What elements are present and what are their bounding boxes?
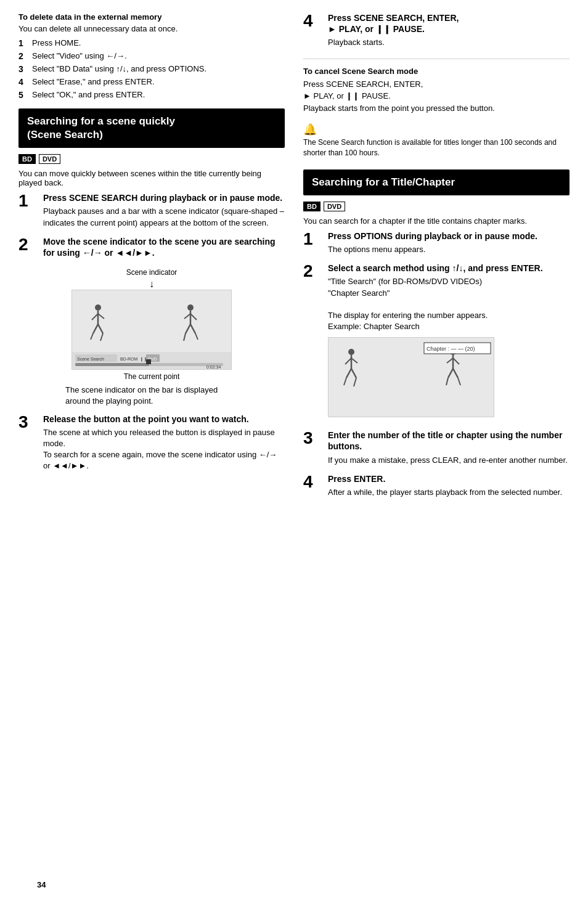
title-chapter-intro: You can search for a chapter if the titl…	[303, 216, 570, 226]
scene-step-2: 2 Move the scene indicator to the scene …	[18, 236, 285, 261]
scene-step-3: 3 Release the button at the point you wa…	[18, 414, 285, 472]
step-body: Playback pauses and a bar with a scene i…	[43, 206, 285, 228]
diagram-label-top: Scene indicator	[65, 268, 238, 277]
step-header: Select a search method using ↑/↓, and pr…	[328, 263, 570, 274]
scene-search-badges: BD DVD	[18, 154, 285, 164]
title-chapter-title: Searching for a Title/Chapter	[312, 176, 561, 189]
step-body: If you make a mistake, press CLEAR, and …	[328, 455, 570, 466]
svg-rect-26	[146, 359, 151, 364]
step-body: Playback starts.	[328, 37, 570, 48]
step-text: Select "OK," and press ENTER.	[32, 90, 285, 99]
step-number: 1	[303, 231, 323, 248]
tc-step-4: 4 Press ENTER. After a while, the player…	[303, 473, 570, 498]
step-num: 4	[18, 77, 30, 87]
title-chapter-box: Searching for a Title/Chapter	[303, 169, 570, 195]
svg-point-29	[348, 349, 354, 355]
title-chapter-badges: BD DVD	[303, 202, 570, 211]
step-content: Press SCENE SEARCH during playback or in…	[43, 192, 285, 229]
step-header: Press ENTER.	[328, 473, 570, 484]
bd-badge: BD	[18, 154, 36, 164]
step-body: The scene at which you released the butt…	[43, 427, 285, 472]
divider	[303, 59, 570, 59]
page-number: 34	[37, 880, 46, 889]
step-content: Press OPTIONS during playback or in paus…	[328, 231, 570, 255]
delete-title: To delete data in the external memory	[18, 12, 285, 22]
scene-diagram: Scene indicator ↓	[65, 268, 238, 407]
svg-text:BD-ROM: BD-ROM	[120, 357, 138, 361]
dvd-badge: DVD	[39, 154, 60, 164]
step-body: After a while, the player starts playbac…	[328, 487, 570, 498]
diagram-image: Scene Search BD-ROM ❙❙ DVD	[71, 290, 232, 370]
scene-step-1: 1 Press SCENE SEARCH during playback or …	[18, 192, 285, 229]
delete-step-1: 1 Press HOME.	[18, 38, 285, 48]
step-content: Select a search method using ↑/↓, and pr…	[328, 263, 570, 422]
svg-point-9	[187, 304, 194, 311]
note-icon: 🔔	[303, 123, 570, 136]
delete-step-5: 5 Select "OK," and press ENTER.	[18, 90, 285, 100]
svg-text:Chapter : — — (20): Chapter : — — (20)	[427, 346, 475, 352]
step-body: The options menu appears.	[328, 244, 570, 255]
delete-step-4: 4 Select "Erase," and press ENTER.	[18, 77, 285, 87]
scene-search-title: Searching for a scene quickly (Scene Sea…	[27, 115, 276, 142]
delete-intro: You can delete all unnecessary data at o…	[18, 24, 285, 33]
step-text: Press HOME.	[32, 38, 285, 47]
step-number: 3	[303, 430, 323, 447]
svg-point-1	[95, 304, 101, 311]
tc-step-3: 3 Enter the number of the title or chapt…	[303, 430, 570, 466]
step-number: 1	[18, 192, 38, 210]
step-number: 3	[18, 414, 38, 431]
step-text: Select "BD Data" using ↑/↓, and press OP…	[32, 64, 285, 73]
cancel-section: To cancel Scene Search mode Press SCENE …	[303, 67, 570, 115]
note-text: The Scene Search function is available f…	[303, 137, 570, 158]
step-number: 2	[18, 236, 38, 253]
scene-svg: Scene Search BD-ROM ❙❙ DVD	[72, 290, 232, 370]
step-body: "Title Search" (for BD-ROMs/DVD VIDEOs) …	[328, 276, 570, 332]
step-content: Enter the number of the title or chapter…	[328, 430, 570, 466]
step-num: 3	[18, 64, 30, 74]
step-num: 1	[18, 38, 30, 48]
note-section: 🔔 The Scene Search function is available…	[303, 123, 570, 158]
right-step-4: 4 Press SCENE SEARCH, ENTER,► PLAY, or ❙…	[303, 12, 570, 49]
scene-search-box: Searching for a scene quickly (Scene Sea…	[18, 108, 285, 148]
bd-badge: BD	[303, 202, 321, 211]
diagram-caption: The scene indicator on the bar is displa…	[65, 385, 238, 407]
diagram-label-bottom: The current point	[65, 372, 238, 381]
delete-section: To delete data in the external memory Yo…	[18, 12, 285, 100]
step-number: 2	[303, 263, 323, 280]
tc-step-2: 2 Select a search method using ↑/↓, and …	[303, 263, 570, 422]
svg-text:0:02:34: 0:02:34	[206, 365, 221, 369]
step-content: Press SCENE SEARCH, ENTER,► PLAY, or ❙❙ …	[328, 12, 570, 49]
step-content: Release the button at the point you want…	[43, 414, 285, 472]
scene-search-intro: You can move quickly between scenes with…	[18, 169, 285, 187]
step-num: 2	[18, 51, 30, 61]
step-header: Release the button at the point you want…	[43, 414, 285, 425]
delete-step-2: 2 Select "Video" using ←/→.	[18, 51, 285, 61]
step-header: Press SCENE SEARCH during playback or in…	[43, 192, 285, 203]
step-number: 4	[303, 473, 323, 491]
chapter-image: Chapter : — — (20)	[328, 337, 494, 417]
step-header: Move the scene indicator to the scene yo…	[43, 236, 285, 258]
step-content: Press ENTER. After a while, the player s…	[328, 473, 570, 498]
tc-step-1: 1 Press OPTIONS during playback or in pa…	[303, 231, 570, 255]
svg-text:Scene Search: Scene Search	[77, 357, 104, 361]
diagram-arrow: ↓	[65, 279, 238, 290]
step-header: Enter the number of the title or chapter…	[328, 430, 570, 452]
step-header: Press OPTIONS during playback or in paus…	[328, 231, 570, 242]
step-content: Move the scene indicator to the scene yo…	[43, 236, 285, 261]
step-text: Select "Erase," and press ENTER.	[32, 77, 285, 86]
cancel-title: To cancel Scene Search mode	[303, 67, 570, 76]
step-header: Press SCENE SEARCH, ENTER,► PLAY, or ❙❙ …	[328, 12, 570, 35]
step-text: Select "Video" using ←/→.	[32, 51, 285, 60]
delete-steps: 1 Press HOME. 2 Select "Video" using ←/→…	[18, 38, 285, 100]
svg-rect-25	[75, 363, 149, 366]
delete-step-3: 3 Select "BD Data" using ↑/↓, and press …	[18, 64, 285, 74]
step-num: 5	[18, 90, 30, 100]
dvd-badge: DVD	[324, 202, 345, 211]
step-number: 4	[303, 12, 323, 30]
cancel-body: Press SCENE SEARCH, ENTER, ► PLAY, or ❙❙…	[303, 78, 570, 115]
